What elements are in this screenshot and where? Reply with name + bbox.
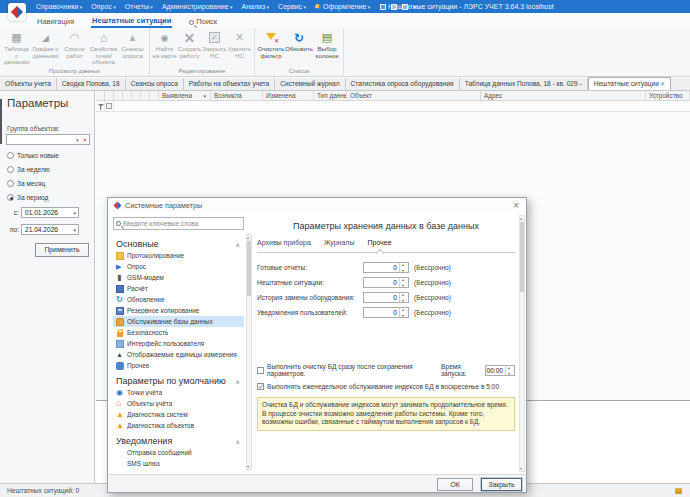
document-tab[interactable]: Нештатные ситуации [588,77,671,90]
spinner-arrows-icon[interactable] [399,278,408,287]
ribbon-button[interactable]: Закрыть НС [202,29,227,66]
settings-tree-row[interactable]: Опрос [113,261,244,272]
settings-search-box[interactable] [113,217,244,230]
settings-tree-row[interactable]: Прочее [113,360,244,371]
object-group-combo[interactable] [6,134,90,145]
document-tab[interactable]: Статистика опроса оборудования [346,78,460,90]
settings-tree-row[interactable]: SMS шлюз [113,458,244,469]
document-tab[interactable]: Объекты учета [0,78,57,90]
period-radio[interactable]: За неделю [7,166,94,173]
scrollbar-thumb[interactable] [247,241,251,296]
ribbon-button[interactable]: Создать работу [177,29,202,66]
document-tab[interactable]: Системный журнал [275,78,345,90]
checkbox-icon[interactable] [257,367,264,374]
settings-tree-row[interactable]: Обслуживание базы данных [113,316,244,327]
filter-arrow-icon[interactable] [203,92,207,99]
scrollbar-thumb[interactable] [520,222,524,292]
filter-cell[interactable] [105,101,114,111]
filter-cell[interactable] [96,101,105,111]
document-tab[interactable]: Сеансы опроса [126,78,184,90]
number-spinner[interactable]: 0 [363,277,409,288]
weekly-checkbox-label[interactable]: Выполнять еженедельное обслуживание инде… [267,383,499,390]
settings-tree-row[interactable]: Безопасность [113,327,244,338]
grid-column-header[interactable]: Возникла [211,91,263,100]
settings-tree-row[interactable]: GSM-модем [113,272,244,283]
checkbox-checked-icon[interactable] [257,383,264,390]
close-icon[interactable] [659,80,665,87]
settings-tree-row[interactable]: Параметры по умолчанию [113,371,244,387]
settings-tree-row[interactable]: Основные [113,234,244,250]
cleanup-checkbox-label[interactable]: Выполнить очистку БД сразу после сохране… [267,363,429,377]
ribbon-button[interactable]: График с данными [31,29,60,66]
document-tab[interactable]: Таблица данных Попова, 18 - кв. 029 - [460,78,588,90]
ribbon-button[interactable]: Обновить [285,29,313,66]
grid-column-header[interactable]: Адрес [481,91,646,100]
document-tab[interactable]: Сводка Попова, 18 [57,78,126,90]
settings-tree-row[interactable]: Уведомления [113,431,244,447]
settings-tree-row[interactable]: Отправка сообщений [113,447,244,458]
ribbon-button[interactable]: Удалить НС [227,29,252,66]
chevron-down-icon[interactable] [73,227,76,233]
period-radio[interactable]: За период [7,194,94,201]
menu-item[interactable]: Опрос [91,3,115,10]
number-spinner[interactable]: 0 [363,307,409,318]
close-icon[interactable] [511,200,521,211]
popout-icon[interactable] [380,4,386,10]
date-from-picker[interactable]: 01.01.2026 [21,207,79,218]
dialog-tab[interactable]: Архивы прибора [257,239,311,249]
settings-tree-row[interactable]: Протоколирование [113,250,244,261]
ribbon-button[interactable]: Найти на карте [152,29,177,66]
settings-tree-row[interactable]: Расчёт [113,283,244,294]
period-radio[interactable]: За месяц [7,180,94,187]
start-time-spinner[interactable]: 00:00 [485,365,515,376]
clear-icon[interactable] [82,137,87,143]
menu-item[interactable]: Справочники [36,3,82,10]
settings-tree-row[interactable]: Диагностика объектов [113,420,244,431]
grid-column-header[interactable]: Объект [347,91,481,100]
number-spinner[interactable]: 0 [363,262,409,273]
ribbon-button[interactable]: Выбор колонок [313,29,341,66]
grid-column-header[interactable]: Тип данных [314,91,347,100]
menu-item[interactable]: Отчеты [125,3,153,10]
grid-column-header[interactable]: Устройство [646,91,690,100]
settings-tree-row[interactable]: Резервное копирование [113,305,244,316]
settings-search-input[interactable] [123,220,241,227]
tab-navigation[interactable]: Навигация [36,15,75,27]
settings-tree-row[interactable]: Обновление [113,294,244,305]
content-scrollbar[interactable] [519,215,525,472]
grid-column-header[interactable]: Изменена [263,91,314,100]
settings-tree-row[interactable]: Точки учёта [113,387,244,398]
tab-situations[interactable]: Нештатные ситуации [91,14,172,28]
menu-item[interactable]: Оформление [315,3,370,10]
ribbon-button[interactable]: Список работ [60,29,89,66]
number-spinner[interactable]: 0 [363,292,409,303]
period-radio[interactable]: Только новые [7,152,94,159]
tree-scrollbar[interactable] [246,234,252,470]
chevron-down-icon[interactable] [73,210,76,216]
close-button[interactable]: Закрыть [481,478,522,491]
ribbon-button[interactable]: Сеансы опроса [118,29,147,66]
spinner-arrows-icon[interactable] [505,366,514,375]
ribbon-button[interactable]: Очистить фильтр [257,29,285,66]
chevron-down-icon[interactable] [76,137,79,143]
spinner-arrows-icon[interactable] [399,308,408,317]
spinner-arrows-icon[interactable] [399,293,408,302]
menu-item[interactable]: Сервис [278,3,306,10]
spinner-arrows-icon[interactable] [399,263,408,272]
ribbon-button[interactable]: Свойства точки/объекта [89,29,118,66]
menu-item[interactable]: Администрирование [162,3,233,10]
apply-button[interactable]: Применить [35,243,89,257]
grid-column-header[interactable]: Выявлена [159,91,211,100]
date-to-picker[interactable]: 21.04.2026 [21,224,79,235]
settings-tree-row[interactable]: Отображаемые единицы измерения [113,349,244,360]
dialog-tab[interactable]: Журналы [324,239,355,249]
ok-button[interactable]: ОК [437,478,473,491]
settings-tree-row[interactable]: Объекты учёта [113,398,244,409]
document-tab[interactable]: Работы на объектах учета [184,78,275,90]
tab-search[interactable]: Поиск [188,15,218,27]
settings-tree-row[interactable]: Диагностика систем [113,409,244,420]
dialog-tab[interactable]: Прочее [367,239,391,249]
menu-item[interactable]: Анализ [242,3,270,10]
ribbon-button[interactable]: Таблица с данными [2,29,31,66]
settings-tree-row[interactable]: Интерфейс пользователя [113,338,244,349]
